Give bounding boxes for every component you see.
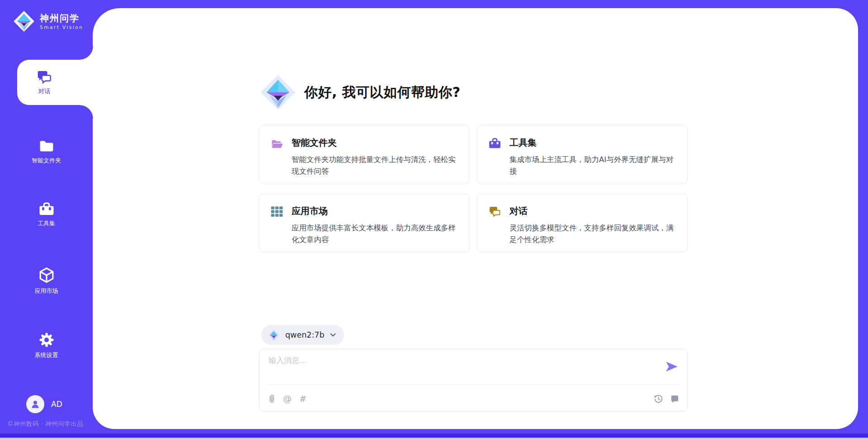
greeting-title: 你好, 我可以如何帮助你?	[304, 83, 461, 102]
tab-curve-top	[80, 46, 93, 60]
hash-icon: #	[299, 394, 307, 404]
sidebar-item-label: 智能文件夹	[32, 157, 61, 165]
sidebar-item-label: 系统设置	[35, 351, 58, 359]
gear-icon	[39, 332, 54, 348]
sidebar-item-toolset[interactable]: 工具集	[0, 202, 93, 228]
model-selector[interactable]: qwen2:7b	[261, 325, 344, 345]
card-title: 工具集	[509, 137, 676, 149]
main-content-panel: 你好, 我可以如何帮助你? 智能文件夹 智能文件夹功能支持批量文件上传与清洗，轻…	[93, 8, 858, 429]
mention-button[interactable]: @	[283, 394, 292, 404]
toolbox-icon	[489, 137, 501, 149]
frame-bottom-strip	[0, 434, 868, 438]
input-divider	[267, 384, 680, 385]
card-toolset[interactable]: 工具集 集成市场上主流工具，助力AI与外界无缝扩展与对接	[477, 125, 688, 184]
card-description: 灵活切换多模型文件，支持多样回复效果调试，满足个性化需求	[509, 222, 676, 245]
app-subtitle: Smart Vision	[40, 24, 83, 30]
folder-icon	[39, 139, 54, 153]
sidebar-item-smart-folder[interactable]: 智能文件夹	[0, 139, 93, 165]
grid-icon	[271, 205, 283, 218]
chevron-down-icon	[330, 333, 336, 337]
feature-cards: 智能文件夹 智能文件夹功能支持批量文件上传与清洗，轻松实现文件问答 工具集 集成…	[259, 125, 688, 253]
card-chat[interactable]: 对话 灵活切换多模型文件，支持多样回复效果调试，满足个性化需求	[477, 194, 688, 253]
chat-square-icon	[670, 395, 679, 403]
copyright-text: ©神州数码 · 神州问学出品	[7, 420, 83, 428]
chat-icon	[489, 205, 501, 218]
person-icon	[30, 399, 41, 410]
conversation-button[interactable]	[670, 395, 679, 403]
card-description: 智能文件夹功能支持批量文件上传与清洗，轻松实现文件问答	[292, 154, 458, 177]
history-icon	[654, 394, 663, 404]
cube-icon	[39, 267, 54, 283]
at-icon: @	[283, 394, 292, 404]
card-title: 应用市场	[292, 205, 458, 217]
app-title: 神州问学	[40, 13, 83, 24]
user-profile[interactable]: AD	[26, 395, 62, 413]
card-title: 对话	[509, 205, 676, 217]
sidebar-item-label: 应用市场	[35, 287, 58, 295]
brand-diamond-icon	[259, 73, 297, 111]
folder-open-icon	[271, 137, 283, 149]
sidebar-item-app-market[interactable]: 应用市场	[0, 267, 93, 295]
card-description: 应用市场提供丰富长文本模板，助力高效生成多样化文章内容	[292, 222, 458, 245]
paperclip-icon	[268, 394, 275, 404]
topic-button[interactable]: #	[299, 394, 307, 404]
sidebar-item-settings[interactable]: 系统设置	[0, 332, 93, 359]
message-input-box: @ #	[259, 348, 688, 412]
sidebar-item-label: 对话	[38, 87, 51, 95]
card-title: 智能文件夹	[292, 137, 458, 149]
chat-icon	[37, 70, 52, 84]
send-icon	[665, 361, 678, 372]
avatar	[26, 395, 44, 413]
card-app-market[interactable]: 应用市场 应用市场提供丰富长文本模板，助力高效生成多样化文章内容	[259, 194, 470, 253]
attach-button[interactable]	[268, 394, 275, 404]
model-name: qwen2:7b	[285, 330, 325, 339]
card-description: 集成市场上主流工具，助力AI与外界无缝扩展与对接	[509, 154, 676, 177]
send-button[interactable]	[665, 361, 679, 373]
user-name: AD	[51, 400, 62, 409]
card-smart-folder[interactable]: 智能文件夹 智能文件夹功能支持批量文件上传与清洗，轻松实现文件问答	[259, 125, 470, 184]
input-toolbar: @ #	[268, 391, 679, 406]
greeting: 你好, 我可以如何帮助你?	[259, 72, 461, 112]
history-button[interactable]	[654, 394, 663, 404]
sidebar-item-label: 工具集	[38, 220, 55, 228]
message-input[interactable]	[269, 355, 657, 382]
tab-curve-bottom	[80, 105, 93, 119]
sidebar-item-chat[interactable]: 对话	[17, 60, 95, 105]
toolbox-icon	[39, 202, 54, 216]
logo-diamond-icon	[13, 10, 35, 33]
sidebar: 神州问学 Smart Vision 对话 智能文件夹 工具集 应用市场	[0, 0, 93, 439]
model-logo-icon	[268, 329, 280, 341]
app-logo: 神州问学 Smart Vision	[13, 10, 83, 33]
